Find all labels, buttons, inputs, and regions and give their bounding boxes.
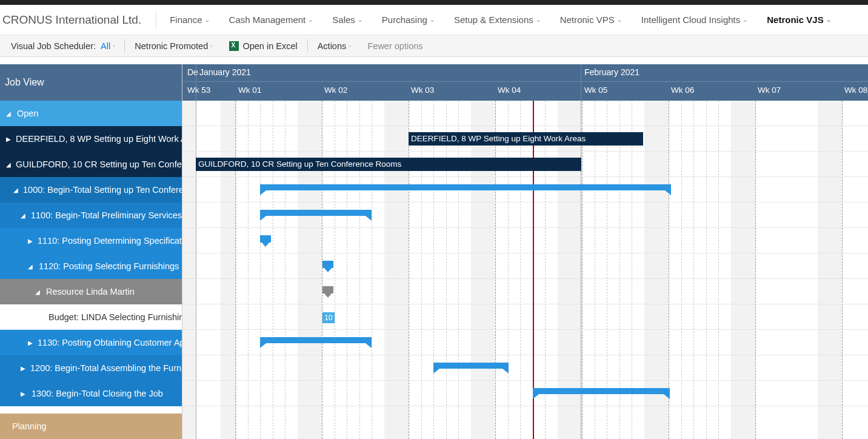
chevron-down-icon: ⌄ xyxy=(205,16,210,23)
tree-task-1100[interactable]: ◢1100: Begin-Total Preliminary Services xyxy=(0,203,182,228)
gantt-row xyxy=(182,101,868,126)
expand-icon: ▶ xyxy=(21,365,25,372)
tree-task-1120[interactable]: ◢1120: Posting Selecting Furnishings xyxy=(0,253,182,279)
gantt-bracket-1100[interactable] xyxy=(260,210,372,216)
company-title: CRONUS International Ltd. xyxy=(2,13,152,27)
month-row: De January 2021 February 2021 xyxy=(182,64,868,81)
ab-fewer-label: Fewer options xyxy=(367,41,422,51)
tree-open-label: Open xyxy=(17,109,38,118)
menu-setup-extensions[interactable]: Setup & Extensions⌄ xyxy=(444,5,550,35)
menu-cloud-label: Intelligent Cloud Insights xyxy=(641,15,740,25)
tree-row-label: DEERFIELD, 8 WP Setting up Eight Work Ar xyxy=(16,134,182,144)
dropdown-icon: ▫ xyxy=(349,43,350,49)
expand-icon: ▶ xyxy=(28,340,33,346)
tree-row-label: 1130: Posting Obtaining Customer Ap xyxy=(38,338,182,347)
tree-row-label: 1110: Posting Determining Specificatio xyxy=(38,236,182,246)
collapse-icon: ◢ xyxy=(28,263,34,270)
chevron-down-icon: ⌄ xyxy=(308,16,313,23)
tree-task-1000[interactable]: ◢1000: Begin-Total Setting up Ten Confer… xyxy=(0,177,182,203)
ab-all-link[interactable]: All xyxy=(101,41,110,51)
tree-row-label: 1100: Begin-Total Preliminary Services xyxy=(31,210,182,220)
ab-actions-label: Actions xyxy=(318,41,347,51)
gantt-row xyxy=(182,228,868,253)
chevron-down-icon: ⌄ xyxy=(430,16,435,23)
week-label: Wk 04 xyxy=(498,85,521,95)
tree-task-1200[interactable]: ▶1200: Begin-Total Assembling the Furnit xyxy=(0,355,182,381)
gantt-row xyxy=(182,355,868,381)
ab-promoted-label: Netronic Promoted xyxy=(135,41,208,51)
menu-purchasing-label: Purchasing xyxy=(382,15,427,25)
tree-budget-linda[interactable]: Budget: LINDA Selecting Furnishing xyxy=(0,304,182,330)
menu-netronic-vps[interactable]: Netronic VPS⌄ xyxy=(550,5,632,35)
gantt-body[interactable]: DEERFIELD, 8 WP Setting up Eight Work Ar… xyxy=(182,101,868,439)
gantt-bar-deerfield[interactable]: DEERFIELD, 8 WP Setting up Eight Work Ar… xyxy=(409,132,643,146)
ab-actions[interactable]: Actions ▫ xyxy=(309,35,359,56)
menu-separator xyxy=(156,12,156,28)
collapse-icon: ◢ xyxy=(6,161,11,168)
tree-open-group[interactable]: ◢ Open xyxy=(0,101,182,126)
menu-purchasing[interactable]: Purchasing⌄ xyxy=(372,5,444,35)
menu-netronic-vjs[interactable]: Netronic VJS⌄ xyxy=(757,5,840,35)
gantt-notch-1110[interactable] xyxy=(260,235,271,243)
window-titlebar xyxy=(0,0,868,5)
gantt-row xyxy=(182,279,868,304)
gantt-header: De January 2021 February 2021 Wk 53 Wk 0… xyxy=(182,64,868,101)
tree-header: Job View xyxy=(0,64,182,101)
ab-fewer-options[interactable]: Fewer options xyxy=(359,35,431,56)
week-label: Wk 53 xyxy=(187,85,210,95)
spacer xyxy=(0,57,868,64)
menu-vjs-label: Netronic VJS xyxy=(767,15,823,25)
tree-row-label: Resource Linda Martin xyxy=(46,287,135,297)
gantt-row xyxy=(182,253,868,279)
expand-icon: ▶ xyxy=(28,238,33,244)
tree-job-deerfield[interactable]: ▶DEERFIELD, 8 WP Setting up Eight Work A… xyxy=(0,126,182,152)
menu-cloud-insights[interactable]: Intelligent Cloud Insights⌄ xyxy=(632,5,757,35)
menu-finance-label: Finance xyxy=(170,15,202,25)
menu-cash-management[interactable]: Cash Management⌄ xyxy=(219,5,323,35)
gantt-notch-1120[interactable] xyxy=(322,261,333,268)
job-tree: Job View ◢ Open ▶DEERFIELD, 8 WP Setting… xyxy=(0,64,182,439)
collapse-icon: ◢ xyxy=(13,187,18,193)
gantt-bracket-1000[interactable] xyxy=(260,184,671,190)
menu-sales[interactable]: Sales⌄ xyxy=(322,5,372,35)
week-label: Wk 08 xyxy=(844,85,867,95)
tree-planning-group[interactable]: Planning xyxy=(0,414,182,439)
collapse-icon: ◢ xyxy=(6,110,12,117)
week-row: Wk 53 Wk 01 Wk 02 Wk 03 Wk 04 Wk 05 Wk 0… xyxy=(182,81,868,101)
menu-finance[interactable]: Finance⌄ xyxy=(160,5,219,35)
menu-sales-label: Sales xyxy=(332,15,355,25)
ab-title: Visual Job Scheduler: All ▫ xyxy=(2,35,123,56)
tree-task-1110[interactable]: ▶1110: Posting Determining Specificatio xyxy=(0,228,182,253)
chevron-down-icon: ⌄ xyxy=(826,16,831,23)
chevron-down-icon: ⌄ xyxy=(743,16,747,23)
tree-task-1300[interactable]: ▶1300: Begin-Total Closing the Job xyxy=(0,381,182,406)
week-label: Wk 03 xyxy=(411,85,434,95)
tree-row-label: 1000: Begin-Total Setting up Ten Confere xyxy=(23,185,182,195)
collapse-icon: ◢ xyxy=(35,289,41,295)
gantt-budget-value[interactable]: 10 xyxy=(322,312,335,323)
gantt-chart[interactable]: De January 2021 February 2021 Wk 53 Wk 0… xyxy=(182,64,868,439)
gantt-notch-resource[interactable] xyxy=(322,286,333,293)
gantt-bracket-1200[interactable] xyxy=(433,363,509,369)
gantt-bracket-1300[interactable] xyxy=(533,388,670,394)
dropdown-icon: ▫ xyxy=(210,43,212,49)
tree-row-label: 1200: Begin-Total Assembling the Furnit xyxy=(30,363,182,373)
week-label: Wk 07 xyxy=(758,85,781,95)
month-dec-label: De xyxy=(187,67,198,77)
tree-job-guildford[interactable]: ◢GUILDFORD, 10 CR Setting up Ten Confere xyxy=(0,152,182,177)
tree-row-label: Budget: LINDA Selecting Furnishing xyxy=(48,312,182,322)
chevron-down-icon: ⌄ xyxy=(536,16,541,23)
gantt-bar-guildford[interactable]: GUILDFORD, 10 CR Setting up Ten Conferen… xyxy=(196,158,581,171)
tree-task-1130[interactable]: ▶1130: Posting Obtaining Customer Ap xyxy=(0,330,182,355)
tree-filler xyxy=(0,406,182,414)
tree-resource-linda[interactable]: ◢Resource Linda Martin xyxy=(0,279,182,304)
collapse-icon: ◢ xyxy=(21,212,26,219)
menu-vps-label: Netronic VPS xyxy=(560,15,615,25)
ab-open-in-excel[interactable]: Open in Excel xyxy=(221,35,305,56)
tree-row-label: GUILDFORD, 10 CR Setting up Ten Confere xyxy=(16,159,182,169)
gantt-row xyxy=(182,381,868,406)
chevron-down-icon: ⌄ xyxy=(358,16,362,23)
gantt-bracket-1130[interactable] xyxy=(260,337,372,343)
ab-netronic-promoted[interactable]: Netronic Promoted ▫ xyxy=(126,35,221,56)
tree-planning-label: Planning xyxy=(12,421,46,431)
